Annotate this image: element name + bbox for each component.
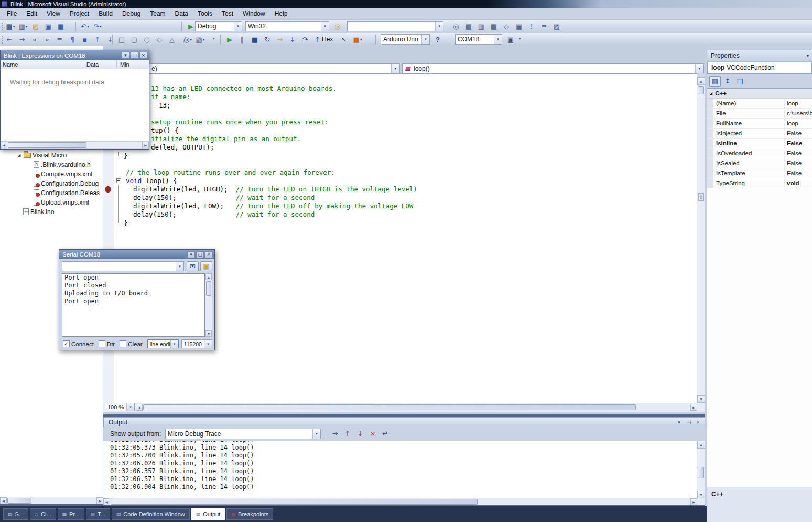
add-item-icon[interactable]: ▥▾ — [17, 21, 29, 32]
menu-item-test[interactable]: Test — [217, 8, 238, 19]
checkbox-clear[interactable]: Clear — [120, 340, 142, 347]
chevron-down-icon[interactable]: ▾ — [421, 35, 429, 44]
property-value[interactable]: False — [785, 139, 812, 148]
toggle-bookmark-icon[interactable]: ▪ — [79, 34, 91, 45]
dropdown-arrow-icon[interactable]: ▾ — [26, 25, 28, 29]
code-line[interactable]: it a name: — [114, 93, 689, 101]
toolbar-overflow-icon[interactable]: ▾ — [213, 37, 215, 41]
save-all-icon[interactable]: ▦ — [55, 21, 67, 32]
property-row-file[interactable]: Filec:\users\b — [707, 109, 812, 119]
code-line[interactable]: } — [114, 219, 689, 227]
output-source-dropdown[interactable]: Micro Debug Trace ▾ — [165, 429, 321, 439]
step-into-icon[interactable]: ↓ — [286, 34, 299, 45]
serial-input-dropdown[interactable]: ▾ — [62, 261, 184, 271]
object-browser-icon[interactable]: ◇ — [500, 21, 513, 32]
property-row-isoverloaded[interactable]: IsOverloadedFalse — [707, 148, 812, 158]
menu-item-help[interactable]: Help — [270, 8, 293, 19]
window-position-icon[interactable]: ▾ — [675, 419, 683, 426]
uncomment-selection-icon[interactable]: ¶ — [66, 34, 79, 45]
previous-message-icon[interactable]: ↑ — [341, 428, 354, 439]
toolbox-icon[interactable]: ▣ — [513, 21, 525, 32]
code-line[interactable]: digitalWrite(led, LOW); // turn the LED … — [114, 202, 689, 210]
task-tab-codedefinitionwindow[interactable]: ▤Code Definition Window — [112, 508, 190, 520]
team-explorer-icon[interactable]: ▥ — [475, 21, 488, 32]
continue-icon[interactable]: ▶ — [223, 34, 236, 45]
output-title-bar[interactable]: Output ▾ ⊤ × — [103, 417, 705, 427]
tree-node-file[interactable]: .Blink.vsarduino.h — [0, 160, 103, 169]
property-row-fullname[interactable]: FullNameloop — [707, 119, 812, 129]
dropdown-arrow-icon[interactable]: ▾ — [13, 25, 15, 29]
chevron-down-icon[interactable]: ▾ — [435, 22, 443, 31]
chevron-down-icon[interactable]: ▾ — [176, 262, 183, 271]
menu-item-project[interactable]: Project — [65, 8, 94, 19]
scrollbar-thumb[interactable] — [698, 86, 704, 94]
expressions-column-data[interactable]: Data — [83, 60, 117, 69]
dtr-checkbox[interactable] — [99, 340, 105, 347]
scrollbar-thumb[interactable] — [698, 467, 704, 478]
indent-increase-icon[interactable]: » — [41, 34, 53, 45]
title-bar[interactable]: Blink - Microsoft Visual Studio (Adminis… — [0, 0, 812, 8]
scroll-down-button[interactable]: ▼ — [697, 491, 705, 498]
property-pages-icon[interactable]: ▤ — [734, 76, 746, 87]
scroll-left-button[interactable]: ◀ — [0, 497, 7, 504]
code-line[interactable]: delay(150); // wait for a second — [114, 210, 689, 219]
chevron-down-icon[interactable]: ▾ — [321, 22, 329, 31]
scroll-left-button[interactable]: ◀ — [1, 142, 7, 148]
find-symbol-icon[interactable]: ◎ — [450, 21, 462, 32]
solution-explorer-icon[interactable]: ▤ — [462, 21, 475, 32]
baud-rate-dropdown[interactable]: 115200 ▾ — [181, 339, 212, 348]
line-ending-dropdown[interactable]: line endir ▾ — [147, 339, 179, 348]
dropdown-arrow-icon[interactable]: ▾ — [190, 38, 192, 42]
code-line[interactable] — [114, 160, 689, 168]
undo-icon[interactable]: ↶▾ — [79, 21, 91, 32]
scroll-marker-icon[interactable]: ↕ — [698, 193, 704, 201]
output-log[interactable]: 01:32:05.1.. Blink.ino, line 14 loop()01… — [103, 441, 697, 498]
expressions-column-min[interactable]: Min — [117, 60, 140, 69]
property-row-istemplate[interactable]: IsTemplateFalse — [707, 168, 812, 178]
indent-decrease-icon[interactable]: « — [28, 34, 41, 45]
task-tab-breakpoints[interactable]: ●Breakpoints — [226, 508, 273, 520]
property-row-isinline[interactable]: IsInlineFalse — [707, 139, 812, 148]
code-line[interactable]: void loop() { — [114, 177, 689, 185]
select-pointer-icon[interactable]: ↖ — [338, 34, 350, 45]
scroll-left-button[interactable]: ◀ — [136, 404, 143, 411]
tree-node-file[interactable]: Upload.vmps.xml — [0, 198, 103, 207]
tree-node-file[interactable]: Configuration.Debug — [0, 179, 103, 188]
scroll-right-button[interactable]: ▶ — [690, 404, 697, 411]
menu-item-data[interactable]: Data — [170, 8, 193, 19]
dropdown-arrow-icon[interactable]: ▾ — [360, 38, 362, 42]
scroll-left-button[interactable]: ◀ — [103, 498, 110, 505]
hex-toggle[interactable]: Hex — [322, 36, 333, 43]
help-icon[interactable]: ? — [433, 35, 442, 44]
step-over-icon[interactable]: ↷ — [299, 34, 311, 45]
shape-rectangle-icon[interactable]: □ — [115, 34, 128, 45]
code-line[interactable]: tup() { — [114, 126, 689, 135]
scroll-up-button[interactable]: ▲ — [697, 77, 705, 85]
object-dropdown[interactable]: loopVCCodeFunction — [707, 62, 812, 74]
scroll-right-button[interactable]: ▶ — [142, 142, 149, 148]
immediate-window-icon[interactable]: ≡ — [538, 21, 550, 32]
scroll-down-button[interactable]: ▼ — [205, 330, 212, 336]
menu-item-file[interactable]: File — [2, 8, 21, 19]
splitter-grip[interactable] — [697, 73, 705, 77]
maximize-icon[interactable]: ▢ — [131, 52, 138, 59]
board-dropdown[interactable]: Arduino Uno ▾ — [381, 34, 430, 45]
tree-node-file[interactable]: Compile.vmps.xml — [0, 169, 103, 178]
tree-node-file[interactable]: Configuration.Releas — [0, 188, 103, 197]
property-value[interactable]: False — [785, 148, 812, 158]
code-line[interactable]: delay(150); // wait for a second — [114, 194, 689, 202]
code-line[interactable]: de(led, OUTPUT); — [114, 143, 689, 152]
clear-checkbox[interactable] — [120, 340, 126, 347]
fold-collapse-icon[interactable] — [116, 178, 121, 183]
comment-selection-icon[interactable]: ≡ — [53, 34, 66, 45]
menu-item-tools[interactable]: Tools — [193, 8, 217, 19]
chevron-down-icon[interactable]: ▾ — [204, 340, 212, 348]
zoom-tool-icon[interactable]: ◎▾ — [181, 34, 194, 45]
serial-log[interactable]: Port openPort closedUploading to I/O boa… — [62, 273, 205, 337]
alphabetical-icon[interactable]: ↕ — [722, 76, 733, 87]
scrollbar-thumb[interactable] — [111, 499, 478, 505]
code-line[interactable]: = 13; — [114, 101, 689, 110]
expander-icon[interactable]: ◢ — [18, 153, 24, 157]
toolbar-grip[interactable] — [1, 23, 3, 30]
property-row-issealed[interactable]: IsSealedFalse — [707, 158, 812, 168]
